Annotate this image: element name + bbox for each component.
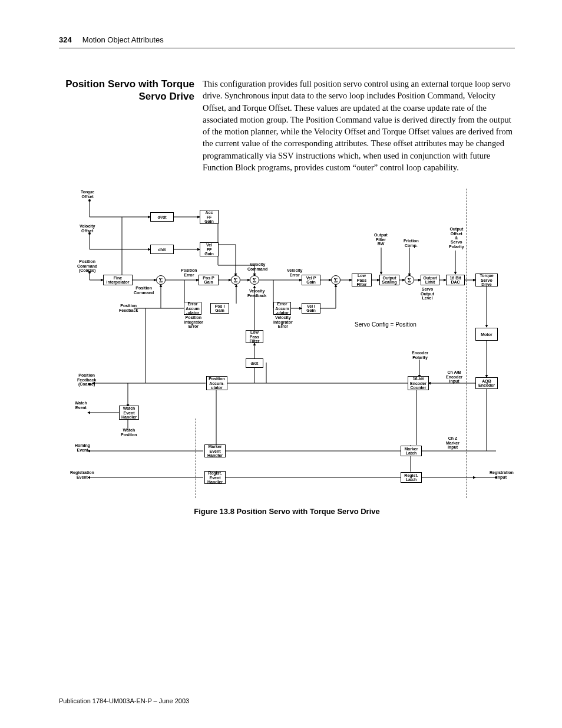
box-fine-interp: FineInterpolator (103, 275, 133, 285)
lbl-servo-output-level: ServoOutputLevel (421, 287, 434, 300)
chapter-title: Motion Object Attributes (82, 35, 164, 44)
box-pos-accum: PositionAccum-ulator (206, 376, 227, 390)
box-d2dt: d²/dt (150, 212, 174, 222)
lbl-enc-polarity: EncoderPolarity (412, 351, 428, 360)
box-err-accum2: ErrorAccum-ulator (273, 302, 291, 315)
box-aqb-enc: AQBEncoder (475, 377, 498, 389)
sigma-1: Σ (156, 275, 166, 285)
lbl-watch-event: WatchEvent (75, 401, 87, 410)
lbl-pos-error: PositionError (181, 268, 197, 277)
box-acc-ff-gain: AccFFGain (200, 210, 219, 224)
sigma-2: Σ (231, 275, 240, 285)
lbl-pos-cmd-coarse: PositionCommand(Coarse) (77, 259, 97, 272)
box-output-limit: OutputLimit (421, 275, 439, 285)
box-16bit-dac: 16 BitDAC (446, 275, 465, 285)
box-err-accum1: ErrorAccum-ulator (184, 302, 201, 315)
lbl-vel-cmd: VelocityCommand (247, 262, 267, 271)
dot (88, 232, 91, 235)
figure-caption: Figure 13.8 Position Servo with Torque S… (59, 507, 515, 516)
box-watch-hnd: WatchEventHandler (119, 406, 139, 420)
lbl-output-offset-polarity: OutputOffset&ServoPolarity (449, 227, 464, 249)
dot (88, 271, 91, 274)
lbl-homing-event: HomingEvent (75, 443, 90, 452)
lbl-reg-input: RegistrationInput (490, 470, 514, 479)
dash-mid (196, 419, 196, 498)
lbl-pos-feedback: PositionFeedback (119, 304, 138, 312)
lbl-ch-ab: Ch A/BEncoderInput (446, 370, 462, 383)
box-lpf2: LowPassFilter (246, 330, 263, 343)
page-number: 324 (59, 35, 72, 44)
lbl-vel-int-err: VelocityIntegratorError (273, 315, 293, 328)
box-pos-i-gain: Pos IGain (210, 303, 229, 314)
section-text: This configuration provides full positio… (203, 78, 515, 173)
header-rule (59, 48, 515, 48)
box-output-scaling: OutputScaling (379, 275, 399, 285)
box-motor: Motor (475, 328, 498, 341)
servo-config-text: Servo Config = Position (355, 321, 416, 328)
lbl-pos-int-err: PositionIntegratorError (184, 315, 203, 328)
dash-right (467, 189, 467, 498)
sigma-3: Σ (250, 275, 259, 285)
box-regist-hnd: Regist.EventHandler (204, 471, 226, 484)
box-vel-i-gain: Vel IGain (302, 303, 320, 314)
dot (88, 199, 91, 202)
box-torque-servo-drive: TorqueServoDrive (475, 274, 498, 286)
box-marker-hnd: MarkerEventHandler (204, 444, 226, 457)
box-16bit-enc: 16-bitEncoderCounter (408, 376, 429, 390)
section-heading: Position Servo with Torque Servo Drive (59, 78, 194, 103)
box-vel-ff-gain: VelFFGain (200, 242, 219, 256)
lbl-reg-event: RegistrationEvent (70, 470, 94, 479)
box-pos-p-gain: Pos PGain (199, 275, 219, 285)
section-body: Position Servo with Torque Servo Drive T… (59, 78, 515, 173)
figure-diagram: TorqueOffset VelocityOffset PositionComm… (63, 189, 511, 501)
sigma-5: Σ (405, 275, 414, 285)
connector-lines (63, 189, 511, 501)
lbl-torque-offset: TorqueOffset (81, 190, 94, 199)
box-ddt2: d/dt (246, 358, 263, 368)
lbl-pos-fb-coarse: PositionFeedback(Coarse) (77, 373, 96, 386)
sigma-4: Σ (331, 275, 340, 285)
lbl-ch-z: Ch ZMarkerInput (446, 436, 459, 449)
box-marker-latch: MarkerLatch (401, 446, 422, 456)
lbl-watch-pos: WatchPosition (121, 428, 137, 437)
lbl-pos-cmd: PositionCommand (134, 286, 154, 295)
box-ddt1: d/dt (150, 245, 174, 254)
lbl-vel-feedback: VelocityFeedback (247, 289, 266, 298)
page-header: 324 Motion Object Attributes (59, 35, 515, 44)
box-lpf1: LowPassFilter (352, 274, 372, 286)
lbl-velocity-offset: VelocityOffset (80, 224, 95, 233)
lbl-out-filter-bw: OutputFilterBW (374, 233, 388, 246)
lbl-friction: FrictionComp. (404, 239, 419, 248)
lbl-vel-error: VelocityError (287, 268, 302, 277)
publication-footer: Publication 1784-UM003A-EN-P – June 2003 (59, 697, 189, 704)
box-vel-p-gain: Vel PGain (302, 275, 320, 285)
box-regist-latch: Regist.Latch (401, 472, 422, 483)
